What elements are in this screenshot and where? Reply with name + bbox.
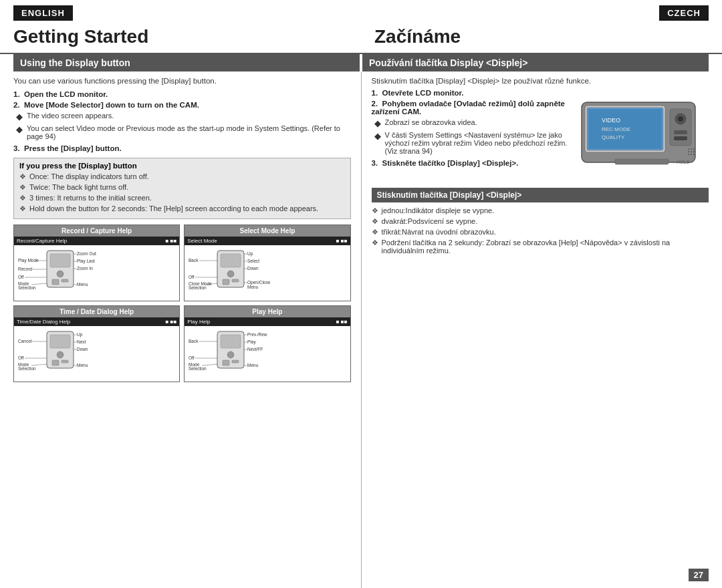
diamond-icon-2: ❖ xyxy=(19,183,26,192)
svg-text:VIDEO: VIDEO xyxy=(602,117,620,124)
language-badge-english: ENGLISH xyxy=(13,5,73,21)
diamond-icon-1: ❖ xyxy=(19,172,26,181)
svg-rect-46 xyxy=(52,360,59,365)
record-capture-diagram: Play Mode Record Off Mode Selection xyxy=(17,247,104,297)
svg-text:Down: Down xyxy=(77,347,88,351)
svg-point-2 xyxy=(57,271,64,277)
help-row-2: Time / Date Dialog Help Time/Date Dialog… xyxy=(13,305,351,382)
play-help-diagram: Back Off Mode Selection Prev./Rew xyxy=(187,328,274,378)
svg-point-99 xyxy=(693,148,695,150)
svg-text:Menu: Menu xyxy=(77,363,88,368)
play-help-title: Play Help xyxy=(185,306,350,317)
if-press-item-2: ❖ Twice: The back light turns off. xyxy=(19,183,345,192)
svg-text:REC MODE: REC MODE xyxy=(602,126,630,132)
svg-text:Up: Up xyxy=(247,251,253,257)
record-capture-title: Record / Capture Help xyxy=(14,225,179,237)
svg-rect-26 xyxy=(232,279,239,282)
svg-text:Select: Select xyxy=(247,259,259,263)
svg-rect-44 xyxy=(50,335,70,348)
svg-point-105 xyxy=(693,154,695,155)
svg-text:Next: Next xyxy=(77,339,86,344)
select-mode-content: Back Off Close Mode Selection Up S xyxy=(185,245,350,301)
svg-text:Selection: Selection xyxy=(189,366,207,371)
help-boxes-left: Record / Capture Help Record/Capture Hel… xyxy=(13,225,351,382)
svg-text:Selection: Selection xyxy=(18,366,36,371)
svg-rect-64 xyxy=(221,335,241,348)
help-row-1: Record / Capture Help Record/Capture Hel… xyxy=(13,225,351,301)
record-capture-header: Record/Capture Help ■ ■■ xyxy=(14,237,179,245)
right-intro: Stisknutím tlačítka [Display] <Displej> … xyxy=(372,77,709,85)
select-mode-header: Select Mode ■ ■■ xyxy=(185,237,350,245)
svg-line-54 xyxy=(31,364,47,365)
svg-text:Next/FF: Next/FF xyxy=(247,347,263,351)
svg-rect-95 xyxy=(615,159,669,164)
svg-rect-67 xyxy=(232,360,239,363)
svg-point-65 xyxy=(227,351,234,358)
left-bullet-2: ◆ You can select Video mode or Previous … xyxy=(13,124,351,140)
play-help-content: Back Off Mode Selection Prev./Rew xyxy=(185,326,350,382)
record-capture-help-box: Record / Capture Help Record/Capture Hel… xyxy=(13,225,180,301)
select-mode-title: Select Mode Help xyxy=(185,225,350,237)
right-bullet-2: ◆ V části System Settings <Nastavení sys… xyxy=(372,131,569,155)
stisk-item-1: ❖ jednou:Indikátor displeje se vypne. xyxy=(372,206,709,215)
time-date-help-box: Time / Date Dialog Help Time/Date Dialog… xyxy=(13,305,180,382)
svg-text:Menu: Menu xyxy=(77,282,88,287)
svg-point-45 xyxy=(57,351,64,358)
bullet-icon-1: ◆ xyxy=(16,112,23,122)
left-step-1: 1. Open the LCD monitor. xyxy=(13,90,351,98)
svg-point-97 xyxy=(688,148,689,150)
diamond-icon-4: ❖ xyxy=(19,204,26,213)
svg-rect-3 xyxy=(52,279,59,285)
time-date-content: Cancel Off Mode Selection Up Next xyxy=(14,326,179,382)
svg-text:Menu: Menu xyxy=(247,363,259,368)
if-press-item-1: ❖ Once: The display indicators turn off. xyxy=(19,172,345,181)
left-step-2: 2. Move [Mode Selector] down to turn on … xyxy=(13,101,351,109)
bullet-icon-2: ◆ xyxy=(16,124,23,135)
svg-text:Down: Down xyxy=(247,266,259,271)
section-header-czech: Používání tlačítka Display <Displej> xyxy=(362,54,709,71)
diamond-icon-r2: ❖ xyxy=(372,217,378,226)
select-mode-diagram: Back Off Close Mode Selection Up S xyxy=(187,247,274,297)
if-press-item-3: ❖ 3 times: It returns to the initial scr… xyxy=(19,194,345,202)
diamond-icon-r1: ❖ xyxy=(372,206,378,215)
play-help-header: Play Help ■ ■■ xyxy=(185,317,350,326)
svg-text:Off: Off xyxy=(189,355,195,360)
svg-text:Selection: Selection xyxy=(18,285,36,290)
right-bullet-1: ◆ Zobrazí se obrazovka videa. xyxy=(372,118,569,129)
left-step-3: 3. Press the [Display] button. xyxy=(13,144,351,152)
diamond-icon-3: ❖ xyxy=(19,194,26,202)
if-press-box-title: If you press the [Display] button xyxy=(19,162,345,170)
svg-text:Prev./Rew: Prev./Rew xyxy=(247,332,267,337)
stisk-header: Stisknutím tlačítka [Display] <Displej> xyxy=(372,188,709,202)
svg-text:Off: Off xyxy=(18,355,24,360)
select-mode-help-box: Select Mode Help Select Mode ■ ■■ xyxy=(184,225,350,301)
left-intro: You can use various functions pressing t… xyxy=(13,77,351,85)
diamond-icon-r3: ❖ xyxy=(372,228,378,237)
svg-text:Back: Back xyxy=(189,339,199,343)
svg-point-98 xyxy=(691,148,692,150)
svg-text:QUALITY: QUALITY xyxy=(602,134,625,140)
section-header-english: Using the Display button xyxy=(13,54,360,71)
svg-rect-94 xyxy=(674,136,687,140)
time-date-header: Time/Date Dialog Help ■ ■■ xyxy=(14,317,179,326)
language-badge-czech: CZECH xyxy=(659,5,709,21)
left-bullet-1: ◆ The video screen appears. xyxy=(13,112,351,122)
svg-text:Play: Play xyxy=(247,339,256,345)
svg-line-13 xyxy=(31,283,47,285)
page-number: 27 xyxy=(689,569,709,581)
svg-text:Back: Back xyxy=(189,258,199,263)
stisk-item-4: ❖ Podržení tlačítka na 2 sekundy: Zobraz… xyxy=(372,239,709,255)
svg-text:Record: Record xyxy=(18,267,32,271)
page-title-czech: Začínáme xyxy=(361,26,709,47)
svg-text:Off: Off xyxy=(189,275,195,279)
time-date-diagram: Cancel Off Mode Selection Up Next xyxy=(17,328,104,378)
time-date-title: Time / Date Dialog Help xyxy=(14,306,179,317)
svg-text:HOLD: HOLD xyxy=(677,160,689,164)
stisk-item-2: ❖ dvakrát:Podsvícení se vypne. xyxy=(372,217,709,226)
bullet-icon-r2: ◆ xyxy=(374,131,381,142)
diamond-icon-r4: ❖ xyxy=(372,239,378,247)
svg-point-103 xyxy=(688,154,689,155)
svg-line-74 xyxy=(202,364,217,365)
svg-rect-47 xyxy=(62,360,68,363)
svg-rect-93 xyxy=(674,130,687,134)
